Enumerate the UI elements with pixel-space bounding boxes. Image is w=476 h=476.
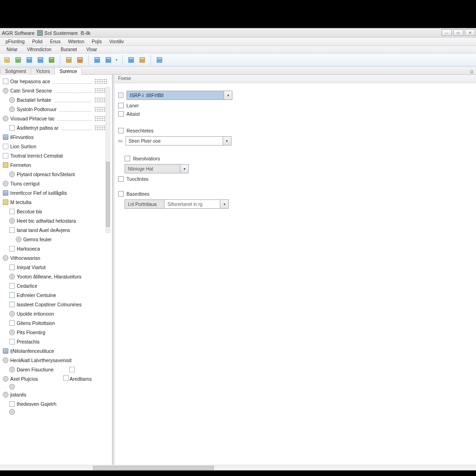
gear-icon xyxy=(9,172,15,177)
combo-2[interactable]: Stren Plver ooe ▾ xyxy=(126,136,231,145)
sidebar-tab-active[interactable]: Surence xyxy=(54,67,82,75)
tree-item[interactable]: Daren Fisuctiune xyxy=(3,365,107,374)
tabstrip-pin[interactable]: ûl xyxy=(467,70,476,74)
refresh-icon[interactable] xyxy=(24,55,34,65)
tree-item-extra[interactable]: Aredtiams xyxy=(63,375,92,383)
tree-item[interactable]: lassteet Copstiner Colnuniries xyxy=(3,300,107,309)
tree-item[interactable]: i|Nitolanfenceutituce xyxy=(3,346,107,356)
combo-text[interactable]: Stren Plver ooe xyxy=(126,136,223,145)
chevron-down-icon[interactable]: ▾ xyxy=(220,199,229,209)
page-icon xyxy=(9,320,15,326)
checkbox-basedtees[interactable] xyxy=(118,191,124,197)
minimize-button[interactable]: — xyxy=(442,29,452,36)
tree-item[interactable]: Heet bic adtwitad hetostara xyxy=(3,216,107,225)
tree-item[interactable]: Gemra feuler xyxy=(3,235,107,244)
tree-item[interactable]: Upolde irrtionoon xyxy=(3,309,107,318)
grid-icon[interactable] xyxy=(75,55,85,65)
table-green-icon[interactable] xyxy=(46,55,57,65)
checkbox-tuoclintes[interactable] xyxy=(118,176,124,182)
menu2-item[interactable]: Nirlar xyxy=(2,47,22,52)
tree-item[interactable]: Catn Smnit Sescne xyxy=(3,86,107,95)
sidebar-tab[interactable]: Yictors xyxy=(31,67,55,75)
combo-left-cell[interactable]: Lnl Portnitaua xyxy=(125,199,165,209)
tree-item[interactable]: Becotue bis xyxy=(3,207,107,216)
tree-item[interactable]: Cedarlice xyxy=(3,281,107,291)
tree-item[interactable]: Inirpat Viartut xyxy=(3,263,107,272)
combo-right-cell[interactable]: Sifisrertanet in:rg xyxy=(165,199,220,209)
close-button[interactable]: ✕ xyxy=(465,29,475,36)
menu-item[interactable]: Vontiliv xyxy=(106,39,128,44)
tree-item[interactable]: Tiuns cerrigut xyxy=(3,179,107,188)
window-icon[interactable] xyxy=(126,55,136,65)
tree-item[interactable]: Lion Surtion xyxy=(3,142,107,151)
tree-item[interactable]: ilFirvuntios xyxy=(3,132,107,142)
tree-item[interactable]: Gitens Poitottsion xyxy=(3,318,107,328)
page-icon xyxy=(69,367,75,372)
tree-item[interactable] xyxy=(3,383,107,390)
combo-text[interactable]: Ntinivge Hat xyxy=(125,164,180,173)
tree-item[interactable]: Tootnal trernict Cemstiat xyxy=(3,151,107,160)
menu2-item[interactable]: Buranet xyxy=(56,47,82,52)
page-icon xyxy=(3,144,8,149)
checkbox-resechetes[interactable] xyxy=(118,128,124,133)
chevron-down-icon[interactable]: ▾ xyxy=(180,164,189,173)
chevron-down-icon[interactable]: ▾ xyxy=(224,91,232,100)
tree-item[interactable]: Inrertlccor Fief of iudlågilis xyxy=(3,188,107,198)
tree-item[interactable]: Asditetnyt paltea ar xyxy=(3,123,107,132)
tree-item[interactable]: Piytard olpreact fiovStelant xyxy=(3,170,107,179)
book-icon[interactable] xyxy=(92,55,102,65)
tree-item[interactable]: Viosuad Pirtacue tac xyxy=(3,114,107,123)
doc-icon[interactable] xyxy=(2,55,12,65)
tree-item[interactable]: Systoln Podtonuur xyxy=(3,105,107,114)
checkbox-iliseotvatiors[interactable] xyxy=(125,156,130,161)
cloud-icon[interactable] xyxy=(154,55,165,65)
menu-item[interactable]: Enus xyxy=(46,39,64,44)
gear-icon xyxy=(3,255,8,261)
tree-item[interactable]: Vithocwasrisn xyxy=(3,253,107,263)
menu-item[interactable]: Wterton xyxy=(64,39,88,44)
tree-item[interactable]: Bactatiel lvritate xyxy=(3,95,107,105)
maximize-button[interactable]: ▭ xyxy=(453,29,463,36)
menu2-item[interactable]: Vloar xyxy=(82,47,102,52)
toolbar-dropdown-icon[interactable]: ▾ xyxy=(114,55,119,65)
tree-item[interactable]: HeolAiatl Lalvrtherysavenisit xyxy=(3,356,107,365)
tree-item[interactable]: Prestachis xyxy=(3,337,107,346)
tree-item[interactable] xyxy=(3,409,107,415)
tree-item[interactable]: Axel Plujcios Aredtiams xyxy=(3,374,107,383)
scrollbar-thumb[interactable] xyxy=(106,162,110,227)
tree-item[interactable]: jistanils xyxy=(3,390,107,399)
menu-item[interactable]: pFlunting xyxy=(2,39,28,44)
db-icon xyxy=(3,348,8,354)
checkbox-laser[interactable] xyxy=(118,103,124,108)
combo-4[interactable]: Lnl Portnitaua Sifisrertanet in:rg ▾ xyxy=(125,199,229,209)
menu-item[interactable]: Pojls xyxy=(88,39,106,44)
tree-item[interactable]: Pits Floentirg xyxy=(3,328,107,337)
tree-item[interactable]: Fermeton xyxy=(3,160,107,170)
checkbox-aitaist[interactable] xyxy=(118,111,124,117)
tree-item[interactable]: Yooton åtilleane, Hlaralueiturs xyxy=(3,272,107,281)
combo-text[interactable]: ISRP-i :ll8F#lBll xyxy=(126,91,224,100)
tree-item-label: Inrertlccor Fief of iudlågilis xyxy=(10,189,67,197)
chevron-down-icon[interactable]: ▾ xyxy=(223,136,231,145)
title-bar: AGR Software Sol Sustemare B-ilk — ▭ ✕ xyxy=(0,28,476,38)
sidebar-scrollbar[interactable] xyxy=(105,87,112,233)
menu2-item[interactable]: Vifrondicton xyxy=(22,47,56,52)
puzzle-icon[interactable] xyxy=(13,55,23,65)
main-combo-1[interactable]: ISRP-i :ll8F#lBll ▾ xyxy=(126,91,232,100)
tree-item[interactable]: Edhreler Centuine xyxy=(3,291,107,300)
hscroll-thumb[interactable] xyxy=(93,466,214,470)
page-blue-icon[interactable] xyxy=(103,55,113,65)
tree-item[interactable]: lanal tand Auel deAvjens xyxy=(3,225,107,235)
tree-item[interactable]: Oar hepasons ace xyxy=(3,77,107,86)
horizontal-scrollbar[interactable] xyxy=(0,465,476,470)
export-icon[interactable] xyxy=(137,55,147,65)
tree-item[interactable]: M tectulta xyxy=(3,198,107,207)
combo-3[interactable]: Ntinivge Hat ▾ xyxy=(125,164,189,173)
sheet-icon[interactable] xyxy=(64,55,74,65)
menu-item[interactable]: Polid xyxy=(28,39,46,44)
tree-item[interactable]: thedesven Gajelrh xyxy=(3,399,107,409)
main-panel: Foese ISRP-i :ll8F#lBll ▾ Laner Aitaist … xyxy=(114,75,476,465)
save-icon[interactable] xyxy=(35,55,46,65)
sidebar-tab[interactable]: Sotigment xyxy=(0,67,31,75)
tree-item[interactable]: Harksoeca xyxy=(3,244,107,253)
